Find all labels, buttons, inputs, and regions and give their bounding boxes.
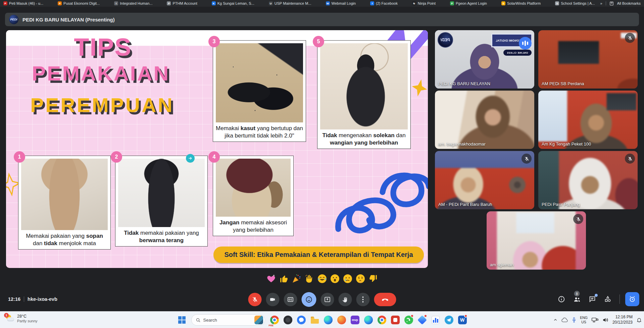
- participant-video: [435, 91, 534, 149]
- taskbar-app-gem-icon[interactable]: [415, 313, 429, 327]
- bookmark-item[interactable]: NNinja Point: [412, 1, 436, 5]
- reaction-sparkling-heart-icon[interactable]: [266, 274, 276, 283]
- timer-extension-button[interactable]: [625, 292, 639, 306]
- captions-button[interactable]: [284, 293, 297, 306]
- reaction-thumbs-up-icon[interactable]: [279, 274, 289, 283]
- bookmark-item[interactable]: KKg Sungai Leman, S...: [212, 1, 254, 5]
- bookmark-label: (2) Facebook: [376, 1, 398, 5]
- people-button[interactable]: 8: [571, 292, 583, 306]
- participant-tile[interactable]: AM - PEDi Parit Baru Baruh: [435, 151, 534, 209]
- volume-icon[interactable]: [602, 317, 609, 323]
- bookmark-item[interactable]: PPgeon Agent Login: [450, 1, 487, 5]
- microphone-tray-icon[interactable]: [572, 317, 576, 323]
- bookmark-item[interactable]: UUSP Maintenance M...: [269, 1, 311, 5]
- raise-hand-button[interactable]: [338, 293, 352, 306]
- search-highlight-image[interactable]: [254, 316, 263, 324]
- search-placeholder: Search: [203, 318, 252, 323]
- participant-tile[interactable]: Am Kg Tengah Peket 100: [538, 91, 638, 149]
- participant-video: [487, 211, 586, 270]
- bookmark-label: Peti Masuk (46) - u...: [9, 1, 43, 5]
- tip-card: 1Memakai pakaian yang sopan dan tidak me…: [18, 156, 111, 250]
- meeting-details-button[interactable]: [555, 292, 568, 306]
- participant-tile[interactable]: PEDi Pasir Panjang: [538, 151, 638, 209]
- taskbar-app-chart-icon[interactable]: [429, 313, 442, 327]
- participant-tile[interactable]: am sgleman: [487, 211, 586, 270]
- tip-number-badge: 5: [313, 36, 324, 47]
- taskbar-app-chrome-icon[interactable]: PRE: [268, 313, 281, 327]
- presenter-logo: PEDi: [438, 32, 453, 48]
- reaction-thumbs-down-icon[interactable]: [368, 274, 378, 283]
- reaction-thinking-face-icon[interactable]: [356, 274, 365, 283]
- notification-bell-icon[interactable]: [636, 317, 642, 323]
- bookmark-item[interactable]: WWebmail Login: [326, 1, 356, 5]
- end-call-button[interactable]: [374, 293, 396, 306]
- presenting-title: PEDI KG BARU NELAYAN (Presenting): [22, 17, 115, 22]
- weather-widget[interactable]: 1 28°C Partly sunny: [3, 313, 40, 324]
- participant-count-badge: 8: [574, 291, 580, 296]
- mic-off-icon: [573, 214, 583, 224]
- bookmark-item[interactable]: PPusat Ekonomi Digit...: [58, 1, 100, 5]
- tip-card: 5Tidak mengenakan solekan dan wangian ya…: [317, 40, 411, 149]
- taskbar-app-telegram-icon[interactable]: [442, 313, 456, 327]
- meeting-time: 12:16: [8, 296, 20, 302]
- more-options-button[interactable]: [356, 293, 369, 306]
- activities-button[interactable]: [601, 292, 614, 306]
- bookmark-item[interactable]: SSolarWinds Platform: [501, 1, 541, 5]
- bookmark-favicon: P: [450, 1, 454, 5]
- tray-expand-icon[interactable]: [553, 318, 557, 322]
- bookmark-favicon: P: [167, 1, 171, 5]
- start-button[interactable]: [175, 313, 189, 327]
- reaction-party-popper-icon[interactable]: [292, 274, 301, 283]
- chat-button[interactable]: [586, 292, 599, 306]
- taskbar-app-word-icon[interactable]: W: [456, 313, 469, 327]
- taskbar-app-mvp-icon[interactable]: mvp: [348, 313, 362, 327]
- participant-tile[interactable]: am. bagannakhodaomar: [435, 91, 534, 149]
- bookmark-label: Pgeon Agent Login: [456, 1, 487, 5]
- bookmark-label: USP Maintenance M...: [275, 1, 311, 5]
- taskbar-app-edge-icon[interactable]: [362, 313, 375, 327]
- reaction-clapping-hands-icon[interactable]: [305, 274, 314, 283]
- taskbar-app-folder-icon[interactable]: [308, 313, 321, 327]
- reaction-surprised-face-icon[interactable]: [330, 274, 340, 283]
- tip-number-badge: 3: [208, 36, 220, 47]
- reactions-button[interactable]: [301, 292, 316, 307]
- participant-tile[interactable]: PEDiAT EKONOMI DIGITALONLINE CLASSPEDI K…: [435, 30, 534, 89]
- bookmark-label: Integrated Human...: [120, 1, 152, 5]
- all-bookmarks-label[interactable]: All Bookmarks: [617, 1, 641, 5]
- clock-date[interactable]: 12:16 PM 20/12/2023: [612, 315, 633, 325]
- notification-badge: [424, 314, 427, 318]
- bookmarks-controls: » All Bookmarks: [600, 1, 641, 6]
- bookmarks-bar: PPeti Masuk (46) - u...PPusat Ekonomi Di…: [0, 0, 644, 7]
- participant-tile[interactable]: AM PEDi SB Perdana: [538, 30, 638, 89]
- participant-video: [538, 151, 638, 209]
- taskbar-search[interactable]: Search: [191, 314, 265, 326]
- reaction-face-with-tears-of-joy-icon[interactable]: [317, 274, 327, 283]
- bookmark-item[interactable]: PPeti Masuk (46) - u...: [3, 1, 43, 5]
- tip-card: 4Jangan memakai aksesori yang berlebihan: [213, 156, 294, 236]
- all-bookmarks-icon[interactable]: [609, 1, 614, 6]
- taskbar-app-chrome-icon[interactable]: [375, 313, 389, 327]
- reaction-crying-face-icon[interactable]: [343, 274, 352, 283]
- mic-muted-button[interactable]: [248, 293, 261, 306]
- bookmark-item[interactable]: f(2) Facebook: [370, 1, 398, 5]
- language-switcher[interactable]: ENG US: [580, 316, 588, 324]
- bookmark-item[interactable]: PPTHM Account: [167, 1, 197, 5]
- taskbar-app-whatsapp-icon[interactable]: [402, 313, 415, 327]
- bookmark-item[interactable]: SSchool Settings | A...: [555, 1, 595, 5]
- network-icon[interactable]: [591, 317, 599, 323]
- taskbar-app-red-icon[interactable]: [389, 313, 402, 327]
- camera-button[interactable]: [266, 293, 279, 306]
- taskbar-app-dark-icon[interactable]: [281, 313, 295, 327]
- bookmark-item[interactable]: IIntegrated Human...: [114, 1, 152, 5]
- call-controls: [248, 292, 396, 307]
- taskbar-app-orange-icon[interactable]: [335, 313, 348, 327]
- bookmark-label: Kg Sungai Leman, S...: [217, 1, 254, 5]
- taskbar-app-chat-icon[interactable]: [295, 313, 308, 327]
- participant-name: Am Kg Tengah Peket 100: [542, 142, 591, 147]
- participant-video: [435, 151, 534, 209]
- onedrive-cloud-icon[interactable]: [561, 317, 568, 323]
- bookmarks-overflow-chevron[interactable]: »: [600, 1, 602, 5]
- taskbar-app-edge-icon[interactable]: [321, 313, 335, 327]
- present-screen-button[interactable]: [320, 293, 334, 306]
- mic-off-icon: [625, 33, 635, 43]
